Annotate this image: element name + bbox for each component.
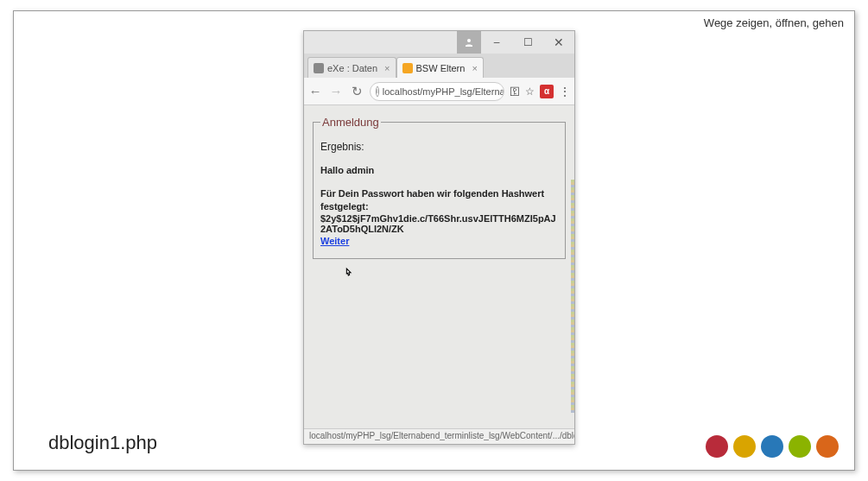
page-viewport: Anmeldung Ergebnis: Hallo admin Für Dein…: [304, 105, 574, 428]
site-info-icon[interactable]: i: [376, 86, 379, 97]
window-titlebar: – ☐ ✕: [304, 31, 574, 54]
reload-button[interactable]: ↻: [349, 84, 364, 99]
back-button[interactable]: ←: [307, 84, 323, 98]
tab-close-icon[interactable]: ×: [472, 63, 477, 73]
avira-extension-icon[interactable]: α: [540, 85, 554, 98]
slide-caption: dblogin1.php: [48, 432, 157, 454]
mouse-cursor-icon: [342, 266, 356, 284]
browser-window: – ☐ ✕ eXe : Daten × BSW Eltern × ← → ↻ i…: [303, 30, 575, 445]
tab-bar: eXe : Daten × BSW Eltern ×: [304, 54, 574, 78]
weiter-link[interactable]: Weiter: [320, 236, 349, 246]
tab-bsw[interactable]: BSW Eltern ×: [396, 57, 484, 78]
url-input[interactable]: i localhost/myPHP_lsg/Elternabend: [370, 82, 504, 101]
hash-value-text: $2y$12$jF7mGhv1die.c/T66Shr.usvJElTTH6MZ…: [320, 213, 558, 234]
dot-icon: [816, 435, 839, 458]
profile-avatar-icon[interactable]: [457, 31, 481, 54]
forward-button[interactable]: →: [328, 84, 344, 98]
tab-close-icon[interactable]: ×: [384, 63, 390, 73]
dot-icon: [789, 435, 811, 458]
browser-menu-button[interactable]: ⋮: [559, 85, 571, 98]
brand-dots: [706, 435, 839, 458]
tab-exe[interactable]: eXe : Daten ×: [307, 57, 396, 78]
fieldset-legend: Anmeldung: [320, 116, 381, 129]
login-fieldset: Anmeldung Ergebnis: Hallo admin Für Dein…: [313, 116, 566, 259]
password-key-icon[interactable]: ⚿: [510, 85, 520, 98]
tab-label: BSW Eltern: [416, 63, 466, 73]
result-label: Ergebnis:: [320, 141, 558, 153]
slide-frame: Wege zeigen, öffnen, gehen – ☐ ✕ eXe : D…: [13, 10, 855, 471]
greeting-text: Hallo admin: [320, 165, 558, 175]
tab-label: eXe : Daten: [327, 63, 377, 73]
window-maximize-button[interactable]: ☐: [512, 31, 543, 54]
dot-icon: [733, 435, 756, 458]
hash-intro-text: Für Dein Passwort haben wir folgenden Ha…: [320, 187, 558, 213]
scroll-artifact: [571, 180, 574, 413]
svg-point-0: [467, 39, 471, 42]
favicon-bsw-icon: [402, 63, 413, 73]
window-minimize-button[interactable]: –: [481, 31, 512, 54]
url-text: localhost/myPHP_lsg/Elternabend: [383, 86, 504, 97]
address-bar: ← → ↻ i localhost/myPHP_lsg/Elternabend …: [304, 78, 574, 105]
bookmark-star-icon[interactable]: ☆: [525, 85, 535, 98]
dot-icon: [706, 435, 728, 458]
favicon-exe-icon: [314, 63, 324, 73]
status-bar: localhost/myPHP_lsg/Elternabend_terminli…: [304, 428, 574, 444]
slide-tagline: Wege zeigen, öffnen, gehen: [704, 16, 844, 29]
dot-icon: [761, 435, 783, 458]
window-close-button[interactable]: ✕: [543, 31, 574, 54]
